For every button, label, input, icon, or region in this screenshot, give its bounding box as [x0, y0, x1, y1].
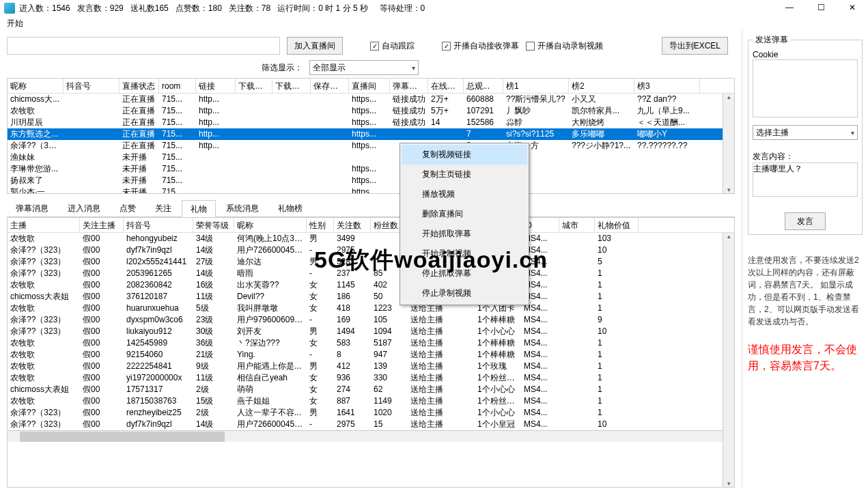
window-maximize[interactable]: ☐	[805, 0, 837, 16]
column-header[interactable]: 弹幕状态	[390, 79, 428, 93]
export-excel-button[interactable]: 导出到EXCEL	[662, 37, 728, 55]
speak-content-textarea[interactable]	[753, 163, 858, 197]
add-room-button[interactable]: 加入直播间	[287, 37, 343, 55]
filter-select[interactable]: 全部显示▾	[309, 60, 419, 75]
column-header[interactable]: 直播间	[349, 79, 390, 93]
filter-row: 筛选显示： 全部显示▾	[7, 57, 742, 78]
table-row[interactable]: chicmoss大表姐假00175713172级萌萌女27462送给主播1个小心…	[8, 384, 734, 395]
table-row[interactable]: 余泽??（323）假00dyxspm0w3co623级用户97960060969…	[8, 314, 734, 326]
table-row[interactable]: 农牧歌假001871503876315级燕子姐姐女8871149送给主播1个粉丝…	[8, 395, 734, 407]
filter-label: 筛选显示：	[262, 62, 303, 74]
context-menu-item[interactable]: 复制视频链接	[402, 145, 527, 165]
scrollbar-horizontal[interactable]	[8, 430, 734, 442]
table-row[interactable]: 川玥星辰正在直播715...http...https...链接成功1415258…	[8, 117, 734, 128]
tab[interactable]: 进入消息	[59, 199, 109, 216]
table-row[interactable]: 余泽??（323）假00205396126514级暗雨-23785送给主播1个小…	[8, 268, 734, 279]
table-row[interactable]: 农牧歌假00208236084216级出水芙蓉??女1145402送给主播1个小…	[8, 279, 734, 291]
table-row[interactable]: 余泽??（323）假00l202x555z4144127级迪尔达男528MS4.…	[8, 256, 734, 268]
scrollbar-vertical[interactable]	[723, 94, 734, 193]
context-menu-item[interactable]: 开始录制视频	[402, 244, 527, 264]
table-row[interactable]: 东方甄选之...正在直播715...http...https...7si?s?s…	[8, 128, 734, 140]
table-row[interactable]: 农牧歌假009215406021级Ying.-8947送给主播1个棒棒糖MS4.…	[8, 349, 734, 361]
context-menu-item[interactable]: 播放视频	[402, 184, 527, 204]
auto-record-checkbox[interactable]: 开播自动录制视频	[526, 40, 603, 52]
scrollbar-vertical[interactable]	[723, 233, 734, 487]
column-header[interactable]: 总观...	[464, 79, 503, 93]
table-row[interactable]: 余泽??（323）假00renzheyibeiz252级人这一辈子不容...男1…	[8, 407, 734, 419]
tab[interactable]: 系统消息	[217, 199, 268, 216]
column-header[interactable]: 关注主播	[80, 218, 124, 232]
chevron-down-icon: ▾	[412, 64, 415, 72]
chevron-down-icon: ▾	[851, 129, 854, 137]
context-menu[interactable]: 复制视频链接复制主页链接播放视频删除直播间开始抓取弹幕开始录制视频停止抓取弹幕停…	[400, 143, 529, 305]
title-text: 进入数：1546 发言数：929 送礼数165 点赞数：180 关注数：78 运…	[19, 3, 774, 14]
column-header[interactable]: 下载大小	[272, 79, 311, 93]
table-row[interactable]: 农牧歌假0022222548419级用户能遇上你是...男412139送给主播1…	[8, 361, 734, 372]
table-row[interactable]: 余泽??（323）假00dyf7k7in9qzl14级用户72660004540…	[8, 419, 734, 430]
speak-content-label: 发言内容：	[753, 151, 858, 163]
auto-receive-danmu-checkbox[interactable]: ✓开播自动接收弹幕	[442, 40, 519, 52]
gifts-grid[interactable]: 主播关注主播抖音号荣誉等级昵称性别关注数粉丝数礼物数量ID城市礼物价值 农牧歌假…	[7, 217, 735, 488]
title-bar: 进入数：1546 发言数：929 送礼数165 点赞数：180 关注数：78 运…	[0, 0, 868, 16]
table-row[interactable]: 农牧歌假0014254598936级丶?深边???女5835187送给主播1个棒…	[8, 337, 734, 349]
column-header[interactable]: 下载状态	[236, 79, 272, 93]
table-row[interactable]: 余泽??（323）假00liukaiyou91230级刘开友男14941094送…	[8, 326, 734, 337]
column-header[interactable]: 抖音号	[124, 218, 193, 232]
column-header[interactable]: 链接	[196, 79, 236, 93]
column-header[interactable]: 保存路径	[311, 79, 349, 93]
rooms-grid-header: 昵称抖音号直播状态room链接下载状态下载大小保存路径直播间弹幕状态在线人数总观…	[8, 79, 734, 94]
column-header[interactable]: 礼物价值	[595, 218, 639, 232]
cookie-textarea[interactable]	[753, 59, 858, 117]
warning-text: 谨慎使用发言，不会使用，容易禁言7天。	[748, 341, 863, 374]
context-menu-item[interactable]: 删除直播间	[402, 204, 527, 224]
table-row[interactable]: 农牧歌假00huarunxuehua5级我叫胖墩墩女4181223送给主播1个入…	[8, 303, 734, 314]
send-danmu-legend: 发送弹幕	[753, 34, 791, 46]
table-row[interactable]: 渔妹妹未开播715...	[8, 152, 734, 163]
context-menu-item[interactable]: 开始抓取弹幕	[402, 224, 527, 244]
table-row[interactable]: 农牧歌正在直播715...http...https...链接成功5万+10729…	[8, 105, 734, 117]
table-row[interactable]: 扬叔来了未开播715...https...	[8, 175, 734, 186]
column-header[interactable]: 关注数	[334, 218, 371, 232]
column-header[interactable]: 城市	[559, 218, 595, 232]
send-danmu-group: 发送弹幕 Cookie 选择主播▾ 发言内容： 发言	[748, 34, 863, 235]
context-menu-item[interactable]: 停止抓取弹幕	[402, 264, 527, 283]
window-minimize[interactable]: —	[774, 0, 805, 16]
menu-start[interactable]: 开始	[7, 18, 23, 28]
column-header[interactable]: 榜2	[569, 79, 634, 93]
context-menu-item[interactable]: 复制主页链接	[402, 165, 527, 184]
table-row[interactable]: 郭少杰·一...未开播715...https...	[8, 186, 734, 194]
table-row[interactable]: chicmoss大表姐假0037612018711级Devil??女18650送…	[8, 291, 734, 303]
table-row[interactable]: 余泽??（323）正在直播715...http...https...3在海一方?…	[8, 140, 734, 152]
anchor-select[interactable]: 选择主播▾	[753, 125, 858, 140]
column-header[interactable]: 荣誉等级	[193, 218, 234, 232]
table-row[interactable]: 农牧歌假00yi1972000000x11级相信自己yeah女936330送给主…	[8, 372, 734, 384]
tab[interactable]: 礼物	[182, 200, 216, 217]
room-url-input[interactable]	[7, 37, 280, 55]
tab[interactable]: 点赞	[111, 199, 145, 216]
column-header[interactable]: 昵称	[8, 79, 64, 93]
table-row[interactable]: 农牧歌假00hehongyubeiz34级何鸿(晚上10点36...男3499票…	[8, 233, 734, 244]
column-header[interactable]: 主播	[8, 218, 80, 232]
rooms-grid[interactable]: 昵称抖音号直播状态room链接下载状态下载大小保存路径直播间弹幕状态在线人数总观…	[7, 78, 735, 194]
table-row[interactable]: 余泽??（323）假00dyf7k7in9qzl14级用户72660004540…	[8, 244, 734, 256]
auto-follow-checkbox[interactable]: ✓自动跟踪	[370, 40, 415, 52]
top-toolbar: 加入直播间 ✓自动跟踪 ✓开播自动接收弹幕 开播自动录制视频 导出到EXCEL	[7, 34, 742, 57]
column-header[interactable]: 昵称	[234, 218, 307, 232]
column-header[interactable]: 性别	[307, 218, 334, 232]
column-header[interactable]: 榜1	[503, 79, 569, 93]
tab[interactable]: 礼物榜	[269, 199, 311, 216]
window-close[interactable]: ✕	[837, 0, 868, 16]
table-row[interactable]: chicmoss大...正在直播715...http...https...链接成…	[8, 94, 734, 105]
tab[interactable]: 关注	[146, 199, 180, 216]
column-header[interactable]: 在线人数	[428, 79, 464, 93]
column-header[interactable]: 抖音号	[64, 79, 120, 93]
tab[interactable]: 弹幕消息	[7, 199, 57, 216]
speak-button[interactable]: 发言	[785, 212, 826, 230]
notice-text: 注意使用发言，不要连续发送2次以上同样的内容，还有屏蔽词，容易禁言7天。 如显示…	[748, 254, 863, 328]
column-header[interactable]: room	[159, 79, 196, 93]
table-row[interactable]: 李琳带您游...未开播715...https...	[8, 163, 734, 175]
app-icon	[4, 3, 15, 14]
column-header[interactable]: 榜3	[634, 79, 700, 93]
column-header[interactable]: 直播状态	[120, 79, 159, 93]
context-menu-item[interactable]: 停止录制视频	[402, 283, 527, 303]
